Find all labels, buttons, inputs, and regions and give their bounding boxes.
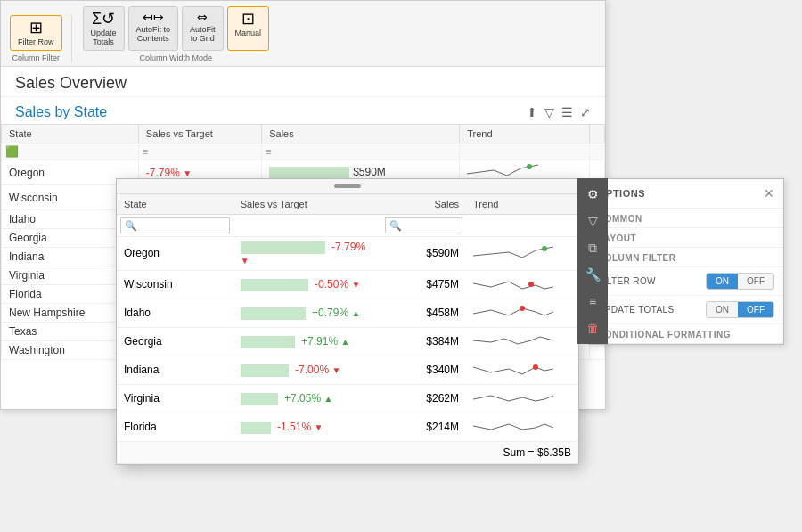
sparkline [467, 163, 538, 179]
sparkline-popup [473, 417, 553, 435]
autofit-contents-icon: ↤↦ [143, 11, 164, 23]
popup-gear-icon[interactable]: ⚙ [580, 182, 605, 207]
sparkline-popup [473, 389, 553, 406]
sparkline-popup [473, 360, 553, 378]
filter-row-toggle-group: ON OFF [706, 273, 774, 290]
arrow-down-icon: ▼ [241, 256, 250, 266]
popup-table-row: Oregon -7.79% ▼ $590M [117, 237, 578, 271]
sparkline-popup [473, 243, 553, 261]
popup-sales-filter[interactable] [385, 217, 462, 233]
filter-row-toggle-label: FILTER ROW [598, 276, 702, 286]
svg-point-4 [520, 306, 525, 311]
update-totals-off-button[interactable]: OFF [738, 302, 773, 317]
options-close-button[interactable]: ✕ [764, 186, 774, 201]
svg-point-5 [533, 364, 538, 370]
ribbon-group-label-column-width: Column Width Mode [140, 53, 213, 62]
share-icon[interactable]: ⬆ [527, 105, 537, 119]
autofit-grid-icon: ⇔ [197, 11, 208, 23]
popup-trash-icon[interactable]: 🗑 [580, 315, 605, 340]
col-header-trend: Trend [460, 125, 590, 143]
popup-drag-handle[interactable] [334, 184, 361, 188]
manual-icon: ⊡ [241, 11, 255, 27]
popup-sum-value: Sum = $6.35B [117, 441, 578, 463]
popup-col-trend: Trend [466, 194, 578, 215]
ribbon-group-column-width: Σ↺ UpdateTotals ↤↦ AutoFit toContents ⇔ … [83, 6, 279, 62]
scroll-column [590, 125, 605, 143]
popup-table-row: Indiana -7.00% ▼ $340M [117, 356, 578, 384]
popup-filter-row [117, 215, 578, 237]
options-section-conditional: CONDITIONAL FORMATTING [589, 324, 783, 344]
popup-table-row: Wisconsin -0.50% ▼ $475M [117, 270, 578, 299]
ribbon-group-column-filter: ⊞ Filter Row Column Filter [10, 15, 72, 62]
autofit-contents-label: AutoFit toContents [136, 25, 171, 43]
arrow-down-icon: ▼ [351, 280, 360, 290]
filter-row-icon: ⊞ [29, 20, 43, 36]
popup-state-filter[interactable] [120, 217, 230, 233]
popup-col-svt: Sales vs Target [233, 194, 381, 215]
ribbon-group-label-column-filter: Column Filter [12, 53, 61, 62]
popup-table-row: Florida -1.51% ▼ $214M [117, 413, 578, 441]
svg-point-3 [528, 282, 534, 287]
update-totals-toggle-label: UPDATE TOTALS [598, 305, 702, 315]
popup-sum-row: Sum = $6.35B [117, 441, 578, 463]
arrow-up-icon: ▲ [340, 337, 349, 347]
arrow-down-icon: ▼ [183, 168, 192, 178]
filter-row: 🟩 ≡ ≡ [2, 143, 605, 160]
autofit-grid-button[interactable]: ⇔ AutoFitto Grid [182, 6, 224, 51]
popup-window: State Sales vs Target Sales Trend Oregon… [116, 178, 579, 465]
filter-equals-icon-2: ≡ [266, 146, 271, 157]
col-header-sales: Sales [262, 125, 460, 143]
update-totals-label: UpdateTotals [91, 29, 117, 46]
popup-duplicate-icon[interactable]: ⧉ [580, 235, 605, 260]
manual-button[interactable]: ⊡ Manual [227, 6, 270, 51]
filter-row-on-button[interactable]: ON [707, 274, 738, 289]
options-panel: OPTIONS ✕ COMMON LAYOUT COLUMN FILTER FI… [588, 178, 784, 345]
widget-header: Sales by State ⬆ ▽ ☰ ⤢ [1, 97, 605, 124]
filter-equals-icon: ≡ [143, 146, 148, 157]
sales-bar [269, 167, 349, 179]
popup-table-row: Virginia +7.05% ▲ $262M [117, 384, 578, 413]
popup-wrench-icon[interactable]: 🔧 [580, 262, 605, 287]
popup-filter-icon[interactable]: ▽ [580, 209, 605, 233]
filter-icon[interactable]: ▽ [544, 105, 554, 119]
popup-table-row: Idaho +0.79% ▲ $458M [117, 299, 578, 327]
options-section-column-filter: COLUMN FILTER [589, 248, 783, 267]
sparkline-popup [473, 274, 553, 292]
update-totals-icon: Σ↺ [92, 11, 115, 27]
sparkline-popup [473, 331, 553, 349]
popup-sidebar: ⚙ ▽ ⧉ 🔧 ≡ 🗑 [577, 178, 608, 344]
summarize-icon[interactable]: ☰ [561, 105, 573, 119]
autofit-grid-label: AutoFitto Grid [190, 25, 216, 43]
popup-table: State Sales vs Target Sales Trend Oregon… [117, 194, 578, 464]
sparkline-popup [473, 303, 553, 321]
autofit-contents-button[interactable]: ↤↦ AutoFit toContents [128, 6, 179, 51]
ribbon: ⊞ Filter Row Column Filter Σ↺ UpdateTota… [1, 1, 605, 67]
filter-row-button[interactable]: ⊞ Filter Row [10, 15, 62, 51]
update-totals-button[interactable]: Σ↺ UpdateTotals [83, 6, 125, 51]
filter-row-toggle-row: FILTER ROW ON OFF [589, 267, 783, 296]
arrow-up-icon: ▲ [351, 308, 360, 318]
arrow-up-icon: ▲ [323, 394, 332, 404]
arrow-down-icon: ▼ [314, 422, 323, 432]
fullscreen-icon[interactable]: ⤢ [580, 105, 591, 119]
popup-trend [466, 237, 578, 271]
manual-label: Manual [235, 29, 262, 37]
update-totals-on-button[interactable]: ON [707, 302, 738, 317]
col-header-sales-vs-target: Sales vs Target [138, 125, 261, 143]
popup-state: Oregon [117, 237, 233, 271]
widget-title: Sales by State [15, 104, 107, 120]
popup-col-state: State [117, 194, 233, 215]
options-header: OPTIONS ✕ [589, 179, 783, 209]
filter-active-icon: 🟩 [5, 145, 19, 158]
options-section-layout: LAYOUT [589, 228, 783, 248]
filter-row-off-button[interactable]: OFF [738, 274, 773, 289]
popup-title-bar [117, 179, 578, 194]
update-totals-toggle-group: ON OFF [706, 301, 774, 318]
arrow-down-icon: ▼ [331, 365, 340, 375]
popup-sales: $590M [381, 237, 466, 271]
filter-row-label: Filter Row [18, 37, 54, 46]
popup-svt: -7.79% ▼ [233, 237, 381, 271]
widget-toolbar: ⬆ ▽ ☰ ⤢ [527, 105, 591, 119]
popup-equals-icon[interactable]: ≡ [580, 289, 605, 314]
update-totals-toggle-row: UPDATE TOTALS ON OFF [589, 296, 783, 324]
